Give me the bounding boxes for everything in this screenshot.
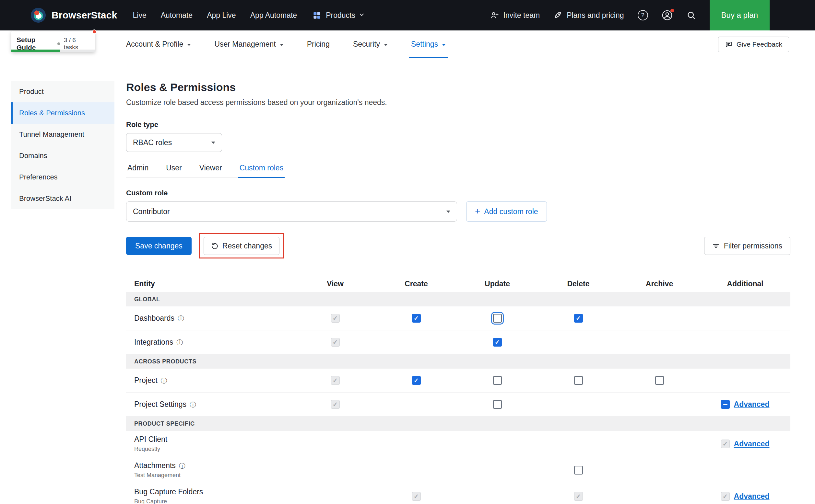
brand[interactable]: BrowserStack (31, 8, 117, 23)
tab-pricing[interactable]: Pricing (307, 30, 330, 58)
sidebar-item-domains[interactable]: Domains (11, 145, 114, 166)
account-button[interactable] (662, 10, 673, 21)
invite-team-icon (490, 11, 499, 20)
tab-user-management[interactable]: User Management (214, 30, 283, 58)
caret-down-icon (212, 142, 215, 144)
filter-permissions-button[interactable]: Filter permissions (704, 237, 790, 255)
custom-role-label: Custom role (126, 189, 790, 197)
tab-pricing-label: Pricing (307, 40, 330, 49)
plans-pricing-button[interactable]: Plans and pricing (553, 11, 624, 20)
help-button[interactable]: ? (638, 10, 648, 20)
project-archive-checkbox[interactable] (655, 376, 664, 385)
add-custom-role-button[interactable]: + Add custom role (466, 201, 547, 222)
info-icon[interactable]: ⓘ (189, 401, 196, 408)
invite-team-button[interactable]: Invite team (490, 11, 540, 20)
notification-dot (671, 9, 674, 12)
info-icon[interactable]: ⓘ (176, 339, 183, 346)
add-custom-role-label: Add custom role (484, 207, 538, 216)
advanced-link[interactable]: Advanced (734, 400, 770, 409)
tab-account-profile-label: Account & Profile (126, 40, 183, 49)
plus-icon: + (475, 207, 480, 216)
setup-guide-card[interactable]: Setup Guide 3 / 6 tasks (11, 31, 95, 52)
tab-account-profile[interactable]: Account & Profile (126, 30, 191, 58)
entity-name: Project (134, 376, 157, 385)
nav-item-live[interactable]: Live (133, 11, 146, 20)
dashboards-update-checkbox[interactable] (493, 314, 502, 323)
attachments-delete-checkbox[interactable] (574, 466, 583, 475)
column-header-archive: Archive (646, 280, 673, 288)
section-header-product-specific: PRODUCT SPECIFIC (126, 417, 790, 431)
filter-permissions-label: Filter permissions (724, 242, 782, 250)
sidebar-item-product[interactable]: Product (11, 81, 114, 102)
products-menu[interactable]: Products (313, 11, 363, 20)
project-delete-checkbox[interactable] (574, 376, 583, 385)
project-create-checkbox[interactable] (412, 376, 421, 385)
project-update-checkbox[interactable] (493, 376, 502, 385)
info-icon[interactable]: ⓘ (161, 377, 167, 384)
column-header-additional: Additional (727, 280, 763, 288)
section-header-across-products: ACROSS PRODUCTS (126, 354, 790, 369)
tab-settings[interactable]: Settings (411, 30, 446, 58)
dashboards-create-checkbox[interactable] (412, 314, 421, 323)
help-icon: ? (638, 10, 648, 20)
custom-role-select[interactable]: Contributor (126, 201, 457, 222)
reset-changes-button[interactable]: Reset changes (203, 237, 280, 255)
advanced-link[interactable]: Advanced (734, 440, 770, 448)
setup-guide-title: Setup Guide (17, 36, 53, 52)
sidebar-item-browserstack-ai[interactable]: BrowserStack AI (11, 188, 114, 209)
integrations-update-checkbox[interactable] (493, 338, 502, 347)
nav-item-app-automate[interactable]: App Automate (250, 11, 297, 20)
custom-role-value: Contributor (133, 207, 170, 216)
advanced-link[interactable]: Advanced (734, 492, 770, 501)
role-type-select[interactable]: RBAC roles (126, 133, 222, 152)
table-row: Dashboards ⓘ (126, 306, 790, 330)
feedback-icon (725, 40, 733, 48)
dashboards-view-checkbox (331, 314, 340, 323)
dashboards-delete-checkbox[interactable] (574, 314, 583, 323)
topnav-links: Live Automate App Live App Automate (133, 11, 297, 20)
table-row: Project Settings ⓘ Advanced (126, 393, 790, 417)
role-tab-custom-roles[interactable]: Custom roles (238, 164, 285, 178)
sidebar-item-tunnel-management[interactable]: Tunnel Management (11, 124, 114, 145)
table-row: Attachments ⓘ Test Management (126, 457, 790, 483)
plans-pricing-label: Plans and pricing (567, 11, 624, 20)
entity-name: API Client (134, 435, 167, 444)
main-content: Roles & Permissions Customize role based… (126, 81, 790, 504)
caret-down-icon (446, 211, 450, 213)
role-tab-admin[interactable]: Admin (126, 164, 150, 178)
sidebar-item-preferences[interactable]: Preferences (11, 166, 114, 188)
chevron-down-icon (360, 12, 364, 16)
info-icon[interactable]: ⓘ (178, 315, 184, 322)
buy-a-plan-button[interactable]: Buy a plan (710, 0, 770, 30)
setup-guide-task-count: 3 / 6 tasks (64, 37, 90, 51)
caret-down-icon (384, 44, 388, 46)
section-header-global: GLOBAL (126, 292, 790, 306)
browserstack-logo-icon (31, 8, 46, 23)
topnav-right: Invite team Plans and pricing ? (490, 0, 770, 30)
settings-subnav: Account & Profile User Management Pricin… (0, 30, 815, 58)
save-changes-button[interactable]: Save changes (126, 237, 191, 255)
tab-settings-label: Settings (411, 40, 438, 49)
search-button[interactable] (686, 10, 696, 20)
sidebar-item-roles-permissions[interactable]: Roles & Permissions (11, 102, 114, 124)
page-body: Product Roles & Permissions Tunnel Manag… (0, 58, 815, 504)
products-label: Products (326, 11, 355, 20)
nav-item-app-live[interactable]: App Live (207, 11, 236, 20)
table-header-row: Entity View Create Update Delete Archive… (126, 275, 790, 292)
project-settings-update-checkbox[interactable] (493, 400, 502, 409)
info-icon[interactable]: ⓘ (179, 463, 185, 469)
project-settings-advanced-checkbox[interactable] (721, 400, 730, 409)
role-tab-viewer[interactable]: Viewer (198, 164, 224, 178)
give-feedback-button[interactable]: Give Feedback (718, 37, 789, 52)
setup-guide-progress-track (11, 50, 95, 52)
entity-product: Bug Capture (134, 498, 295, 504)
page-subtitle: Customize role based access permissions … (126, 98, 790, 107)
custom-role-row: Contributor + Add custom role (126, 201, 790, 222)
permissions-table: Entity View Create Update Delete Archive… (126, 275, 790, 504)
role-tab-user[interactable]: User (165, 164, 183, 178)
table-row: Integrations ⓘ (126, 330, 790, 354)
tab-security[interactable]: Security (353, 30, 388, 58)
brand-name: BrowserStack (52, 10, 117, 21)
nav-item-automate[interactable]: Automate (161, 11, 192, 20)
column-header-view: View (327, 280, 344, 288)
